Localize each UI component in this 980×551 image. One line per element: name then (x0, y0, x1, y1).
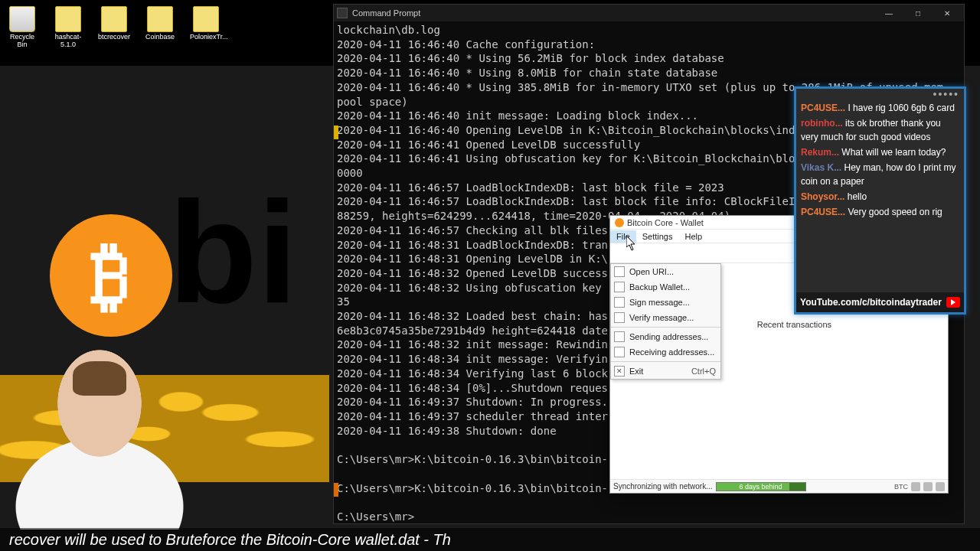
menu-item-label: Receiving addresses... (629, 347, 714, 357)
menu-separator (611, 361, 720, 362)
bitcoin-logo (50, 214, 172, 337)
desktop-icons: Recycle Bin hashcat-5.1.0 btcrecover Coi… (6, 6, 222, 49)
chat-text: I have rig 1060 6gb 6 card (848, 103, 954, 113)
desktop-icon[interactable]: PoloniexTr... (190, 6, 222, 49)
cmd-title: Command Prompt (352, 8, 875, 18)
menu-item-shortcut: Ctrl+Q (691, 367, 716, 376)
menu-item-label: Verify message... (629, 313, 694, 322)
subtitle-text: recover will be used to Bruteforce the B… (9, 531, 451, 549)
currency-unit: BTC (894, 483, 908, 491)
close-button[interactable]: ✕ (933, 5, 961, 21)
cmd-titlebar[interactable]: Command Prompt — □ ✕ (334, 5, 964, 21)
recycle-bin-icon (9, 6, 35, 32)
menu-item-verify-message[interactable]: Verify message... (611, 310, 720, 325)
video-subtitle: recover will be used to Bruteforce the B… (0, 528, 980, 551)
chat-text: Very good speed on rig (848, 207, 942, 217)
menu-item-label: Backup Wallet... (629, 282, 690, 292)
network-icon (936, 482, 945, 491)
menu-item-icon (614, 297, 625, 308)
cmd-gutter-mark (334, 126, 338, 139)
recent-transactions-label: Recent transactions (757, 320, 831, 329)
menu-item-label: Sending addresses... (629, 332, 708, 341)
menu-item-label: Open URI... (629, 267, 674, 276)
cmd-gutter-mark (334, 483, 338, 497)
chat-message: Vikas K... Hey man, how do I print my co… (801, 161, 959, 188)
desktop-icon[interactable]: Coinbase (144, 6, 176, 49)
menu-item-backup-wallet[interactable]: Backup Wallet... (611, 279, 720, 295)
desktop-icon-label: Coinbase (144, 34, 176, 41)
file-menu-dropdown[interactable]: Open URI... Backup Wallet... Sign messag… (610, 263, 721, 380)
sync-text: Synchronizing with network... (613, 482, 713, 491)
menu-item-label: Exit (629, 367, 643, 376)
wallet-status-icons: BTC (894, 482, 945, 491)
desktop-icon[interactable]: Recycle Bin (6, 6, 38, 49)
chat-message: robinho... its ok brother thank you very… (801, 116, 959, 144)
menu-item-icon (614, 282, 625, 292)
hd-icon (911, 482, 920, 491)
presenter-webcam (0, 346, 230, 530)
menu-item-receiving-addresses[interactable]: Receiving addresses... (611, 344, 720, 360)
chat-footer: YouTube.com/c/bitcoindaytrader (796, 292, 964, 312)
menu-item-sign-message[interactable]: Sign message... (611, 295, 720, 310)
sync-progress-bar: 6 days behind (716, 482, 806, 491)
sync-progress-text: 6 days behind (739, 483, 782, 491)
desktop-icon-label: Recycle Bin (6, 34, 38, 49)
youtube-url: YouTube.com/c/bitcoindaytrader (800, 297, 942, 308)
chat-username: PC4USE... (801, 207, 845, 217)
menu-item-label: Sign message... (629, 298, 690, 307)
desktop-icon[interactable]: hashcat-5.1.0 (52, 6, 84, 49)
wallpaper-text: bi (168, 168, 298, 335)
menu-item-icon (614, 312, 625, 323)
chat-username: Rekum... (801, 147, 839, 158)
menu-help[interactable]: Help (678, 230, 708, 243)
chat-messages: PC4USE... I have rig 1060 6gb 6 cardrobi… (796, 99, 964, 292)
chat-username: PC4USE... (801, 103, 845, 113)
wallet-title: Bitcoin Core - Wallet (627, 218, 704, 227)
menu-item-sending-addresses[interactable]: Sending addresses... (611, 329, 720, 344)
menu-item-icon (614, 331, 625, 342)
lock-icon (923, 482, 933, 491)
chat-message: PC4USE... I have rig 1060 6gb 6 card (801, 101, 959, 115)
chat-text: What will we learn today? (841, 147, 946, 158)
menu-settings[interactable]: Settings (636, 230, 679, 243)
youtube-icon (946, 297, 960, 308)
chat-drag-handle[interactable]: ••••• (796, 89, 964, 99)
desktop-icon-label: PoloniexTr... (190, 34, 222, 41)
desktop-icon-label: btcrecover (98, 34, 130, 41)
menu-item-exit[interactable]: Exit Ctrl+Q (611, 364, 720, 379)
menu-separator (611, 327, 720, 328)
maximize-button[interactable]: □ (904, 5, 932, 21)
folder-icon (55, 6, 81, 32)
chat-text: hello (848, 191, 867, 202)
chat-username: Vikas K... (801, 162, 841, 173)
chat-message: PC4USE... Very good speed on rig (801, 205, 959, 219)
wallet-statusbar: Synchronizing with network... 6 days beh… (610, 479, 948, 493)
chat-message: Shoysor... hello (801, 190, 959, 204)
menu-item-icon (614, 347, 625, 357)
chat-username: robinho... (801, 118, 843, 129)
menu-item-open-uri[interactable]: Open URI... (611, 264, 720, 279)
chat-message: Rekum... What will we learn today? (801, 145, 959, 159)
menu-item-icon (614, 266, 625, 277)
menu-file[interactable]: File (610, 230, 636, 243)
folder-icon (193, 6, 219, 32)
desktop-icon-label: hashcat-5.1.0 (52, 34, 84, 49)
menu-item-icon (614, 366, 625, 377)
minimize-button[interactable]: — (875, 5, 903, 21)
bitcoin-icon (615, 218, 624, 227)
folder-icon (101, 6, 127, 32)
cmd-icon (337, 8, 348, 18)
livestream-chat-overlay: ••••• PC4USE... I have rig 1060 6gb 6 ca… (794, 86, 966, 315)
chat-username: Shoysor... (801, 191, 844, 202)
desktop-icon[interactable]: btcrecover (98, 6, 130, 49)
folder-icon (147, 6, 173, 32)
